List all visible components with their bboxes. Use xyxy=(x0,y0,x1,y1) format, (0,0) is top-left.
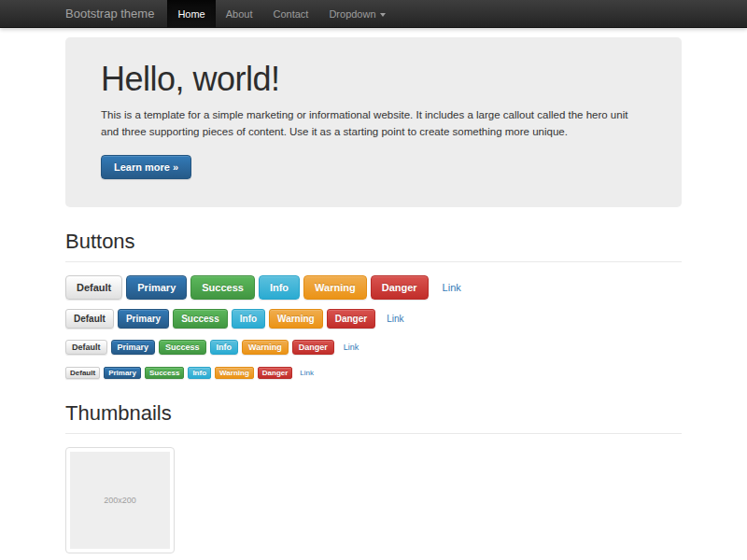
button-default-xs[interactable]: Default xyxy=(65,367,100,379)
button-warning-md[interactable]: Warning xyxy=(269,309,323,329)
button-success-md[interactable]: Success xyxy=(173,309,228,329)
nav-item-contact[interactable]: Contact xyxy=(262,0,318,28)
button-success-sm[interactable]: Success xyxy=(159,340,206,355)
button-primary-xs[interactable]: Primary xyxy=(104,367,141,379)
learn-more-button[interactable]: Learn more » xyxy=(101,155,191,179)
button-primary-lg[interactable]: Primary xyxy=(126,275,187,300)
buttons-section-title: Buttons xyxy=(65,230,682,262)
thumbnail[interactable]: 200x200 xyxy=(65,447,175,553)
thumbnails-section-title: Thumbnails xyxy=(65,401,682,434)
hero-unit: Hello, world! This is a template for a s… xyxy=(65,37,682,207)
button-danger-lg[interactable]: Danger xyxy=(371,275,429,300)
link-button-xs[interactable]: Link xyxy=(296,368,317,378)
button-row-small: Default Primary Success Info Warning Dan… xyxy=(65,340,682,355)
navbar-brand[interactable]: Bootstrap theme xyxy=(65,0,154,28)
nav-item-about[interactable]: About xyxy=(216,0,263,28)
navbar-menu: Home About Contact Dropdown xyxy=(167,0,395,28)
nav-item-dropdown[interactable]: Dropdown xyxy=(318,0,395,28)
button-danger-sm[interactable]: Danger xyxy=(292,340,334,355)
button-info-sm[interactable]: Info xyxy=(210,340,239,355)
placeholder-image: 200x200 xyxy=(70,452,170,549)
nav-item-home[interactable]: Home xyxy=(167,0,215,28)
hero-text: This is a template for a simple marketin… xyxy=(101,106,646,140)
link-button-lg[interactable]: Link xyxy=(432,276,472,299)
button-primary-md[interactable]: Primary xyxy=(118,309,169,329)
button-success-xs[interactable]: Success xyxy=(145,367,184,379)
button-default-lg[interactable]: Default xyxy=(65,275,122,300)
button-info-xs[interactable]: Info xyxy=(188,367,211,379)
button-danger-xs[interactable]: Danger xyxy=(258,367,293,379)
dropdown-label: Dropdown xyxy=(329,8,375,20)
caret-down-icon xyxy=(380,13,386,17)
button-row-default: Default Primary Success Info Warning Dan… xyxy=(65,309,682,329)
hero-title: Hello, world! xyxy=(101,62,646,97)
button-warning-sm[interactable]: Warning xyxy=(242,340,289,355)
placeholder-label: 200x200 xyxy=(104,496,136,505)
button-default-md[interactable]: Default xyxy=(65,309,114,329)
button-info-lg[interactable]: Info xyxy=(259,275,300,300)
button-row-large: Default Primary Success Info Warning Dan… xyxy=(65,275,682,300)
button-danger-md[interactable]: Danger xyxy=(327,309,375,329)
button-row-extra-small: Default Primary Success Info Warning Dan… xyxy=(65,367,682,379)
button-info-md[interactable]: Info xyxy=(232,309,265,329)
button-success-lg[interactable]: Success xyxy=(190,275,255,300)
link-button-sm[interactable]: Link xyxy=(338,341,365,354)
navbar: Bootstrap theme Home About Contact Dropd… xyxy=(0,0,747,28)
button-warning-lg[interactable]: Warning xyxy=(303,275,367,300)
button-default-sm[interactable]: Default xyxy=(65,340,107,355)
button-warning-xs[interactable]: Warning xyxy=(215,367,254,379)
button-primary-sm[interactable]: Primary xyxy=(111,340,156,355)
link-button-md[interactable]: Link xyxy=(379,310,411,328)
